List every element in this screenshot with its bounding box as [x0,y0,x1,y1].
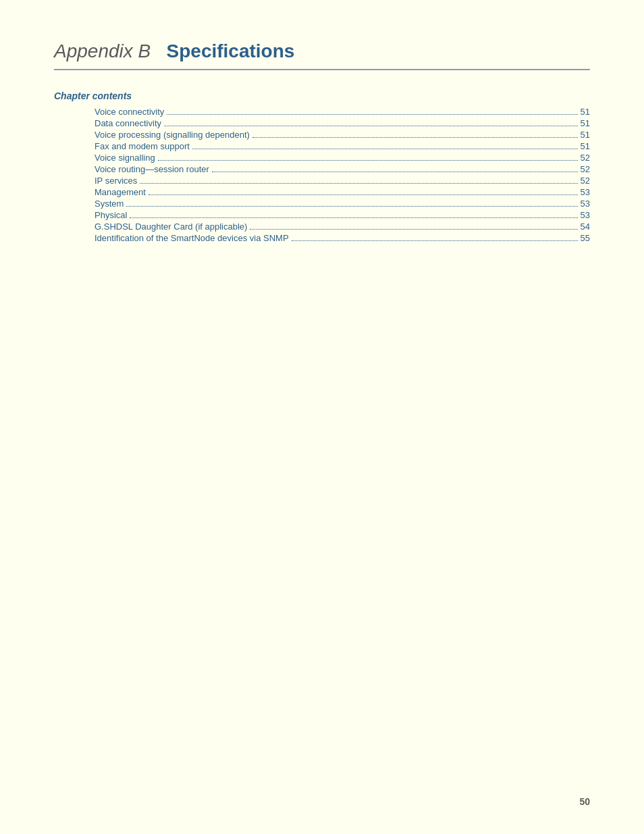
toc-link[interactable]: Identification of the SmartNode devices … [95,233,289,243]
toc-row: G.SHDSL Daughter Card (if applicable)54 [95,221,590,232]
appendix-prefix: Appendix B [54,41,151,61]
toc-dots [212,172,578,172]
specifications-title: Specifications [167,41,295,61]
toc-link[interactable]: G.SHDSL Daughter Card (if applicable) [95,221,247,232]
toc-row: IP services52 [95,176,590,186]
toc-row: System53 [95,199,590,209]
toc-link[interactable]: Voice routing—session router [95,164,209,174]
chapter-contents-label: Chapter contents [54,90,590,101]
toc-link[interactable]: Data connectivity [95,118,161,128]
toc-dots [292,240,578,241]
chapter-contents-section: Chapter contents Voice connectivity51Dat… [54,90,590,243]
toc-page-number: 52 [581,176,590,186]
toc-link[interactable]: IP services [95,176,137,186]
toc-dots [130,217,577,218]
toc-row: Voice processing (signalling dependent)5… [95,130,590,140]
toc-row: Voice routing—session router52 [95,164,590,174]
toc-dots [140,183,577,184]
toc-row: Management53 [95,187,590,197]
page-title: Appendix B Specifications [54,41,590,62]
toc-page-number: 53 [581,210,590,220]
table-of-contents: Voice connectivity51Data connectivity51V… [54,107,590,243]
toc-dots [158,160,578,161]
toc-dots [149,194,578,195]
toc-link[interactable]: System [95,199,124,209]
toc-page-number: 51 [581,118,590,128]
toc-dots [164,126,578,126]
toc-dots [250,229,577,230]
toc-page-number: 51 [581,130,590,140]
toc-dots [167,114,577,115]
toc-dots [192,149,578,149]
toc-link[interactable]: Voice processing (signalling dependent) [95,130,250,140]
toc-row: Identification of the SmartNode devices … [95,233,590,243]
toc-page-number: 52 [581,164,590,174]
toc-page-number: 53 [581,187,590,197]
toc-page-number: 53 [581,199,590,209]
toc-dots [126,206,577,207]
page-header: Appendix B Specifications [54,41,590,70]
toc-link[interactable]: Voice signalling [95,153,155,163]
page: Appendix B Specifications Chapter conten… [0,0,644,834]
toc-row: Voice signalling52 [95,153,590,163]
toc-page-number: 51 [581,141,590,151]
toc-row: Data connectivity51 [95,118,590,128]
toc-link[interactable]: Physical [95,210,127,220]
toc-page-number: 54 [581,221,590,232]
toc-row: Voice connectivity51 [95,107,590,117]
toc-page-number: 55 [581,233,590,243]
toc-row: Fax and modem support51 [95,141,590,151]
toc-link[interactable]: Fax and modem support [95,141,190,151]
toc-row: Physical53 [95,210,590,220]
page-number: 50 [579,796,590,807]
toc-link[interactable]: Management [95,187,146,197]
toc-page-number: 51 [581,107,590,117]
toc-dots [252,137,578,138]
toc-page-number: 52 [581,153,590,163]
toc-link[interactable]: Voice connectivity [95,107,164,117]
